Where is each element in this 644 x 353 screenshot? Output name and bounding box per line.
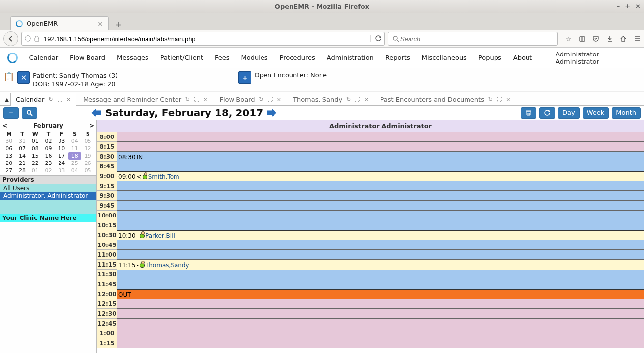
- new-tab-button[interactable]: +: [113, 18, 124, 30]
- tab-refresh-icon[interactable]: ↻: [346, 96, 351, 103]
- tab-close-icon[interactable]: ×: [66, 96, 71, 103]
- mini-day[interactable]: 19: [81, 152, 94, 160]
- url-bar[interactable]: ⓘ: [21, 32, 385, 46]
- menu-item-administration[interactable]: Administration: [327, 54, 374, 61]
- slot-row[interactable]: [117, 338, 644, 348]
- refresh-button[interactable]: [539, 107, 555, 119]
- mini-day[interactable]: 23: [42, 160, 55, 167]
- pocket-icon[interactable]: [592, 35, 599, 42]
- time-slot-label[interactable]: 10:30: [97, 230, 117, 240]
- mini-day[interactable]: 25: [68, 160, 82, 167]
- time-slot-label[interactable]: 10:15: [97, 220, 117, 230]
- slot-row[interactable]: [117, 211, 644, 220]
- slot-row[interactable]: [117, 328, 644, 338]
- mini-day[interactable]: 02: [42, 167, 55, 174]
- window-minimize-button[interactable]: –: [617, 2, 620, 10]
- window-maximize-button[interactable]: +: [625, 2, 630, 10]
- mini-day[interactable]: 04: [68, 137, 82, 145]
- appointment[interactable]: 10:30 - Parker,Bill: [117, 230, 644, 240]
- tab-expand-icon[interactable]: ⛶: [267, 96, 273, 103]
- print-button[interactable]: [521, 107, 536, 119]
- new-encounter-button[interactable]: ＋: [238, 71, 251, 84]
- tab-refresh-icon[interactable]: ↻: [488, 96, 493, 103]
- time-slot-label[interactable]: 11:00: [97, 250, 117, 260]
- app-tab[interactable]: Message and Reminder Center↻⛶×: [78, 93, 213, 105]
- mini-day[interactable]: 22: [29, 160, 42, 167]
- mini-day[interactable]: 15: [29, 152, 42, 160]
- hamburger-menu-icon[interactable]: [634, 35, 641, 42]
- nav-back-button[interactable]: [3, 31, 18, 46]
- time-slot-label[interactable]: 8:00: [97, 132, 117, 142]
- clinic-name[interactable]: Your Clinic Name Here: [0, 214, 96, 222]
- slot-row[interactable]: [117, 201, 644, 211]
- view-day-button[interactable]: Day: [558, 107, 580, 119]
- menu-item-reports[interactable]: Reports: [385, 54, 410, 61]
- mini-day[interactable]: 14: [16, 152, 29, 160]
- tab-close-icon[interactable]: ×: [277, 96, 281, 103]
- tab-close-icon[interactable]: ×: [506, 96, 510, 103]
- tab-refresh-icon[interactable]: ↻: [185, 96, 190, 103]
- time-slot-label[interactable]: 8:15: [97, 142, 117, 152]
- slot-row[interactable]: [117, 309, 644, 319]
- mini-day[interactable]: 16: [42, 152, 55, 160]
- slot-row[interactable]: [117, 270, 644, 279]
- time-slot-label[interactable]: 9:15: [97, 181, 117, 191]
- mini-day[interactable]: 08: [29, 145, 42, 152]
- menu-item-popups[interactable]: Popups: [478, 54, 501, 61]
- time-slot-label[interactable]: 10:00: [97, 211, 117, 220]
- add-appointment-button[interactable]: ＋: [3, 107, 19, 119]
- menu-item-about[interactable]: About: [513, 54, 532, 61]
- slot-row[interactable]: [117, 162, 644, 171]
- next-day-button[interactable]: 🡆: [267, 107, 277, 119]
- time-slot-label[interactable]: 12:15: [97, 299, 117, 309]
- appt-patient-link[interactable]: Parker,Bill: [146, 232, 175, 239]
- mini-day[interactable]: 10: [55, 145, 68, 152]
- slot-row[interactable]: [117, 250, 644, 260]
- time-slot-label[interactable]: 11:45: [97, 279, 117, 289]
- tab-expand-icon[interactable]: ⛶: [194, 96, 199, 103]
- prev-day-button[interactable]: 🡄: [91, 107, 101, 119]
- mini-day[interactable]: 01: [29, 137, 42, 145]
- mini-day[interactable]: 04: [68, 167, 82, 174]
- slot-row[interactable]: [117, 319, 644, 328]
- tab-expand-icon[interactable]: ⛶: [497, 96, 502, 103]
- mini-day[interactable]: 20: [2, 160, 16, 167]
- bookmark-star-icon[interactable]: ☆: [566, 35, 572, 43]
- slot-row[interactable]: [117, 220, 644, 230]
- menu-item-miscellaneous[interactable]: Miscellaneous: [422, 54, 467, 61]
- time-slot-label[interactable]: 9:00: [97, 171, 117, 181]
- tab-expand-icon[interactable]: ⛶: [57, 96, 62, 103]
- app-tab[interactable]: Past Encounters and Documents↻⛶×: [376, 93, 516, 105]
- app-tab[interactable]: Flow Board↻⛶×: [215, 93, 286, 105]
- tab-close-icon[interactable]: ×: [97, 20, 103, 27]
- provider-item[interactable]: All Users: [0, 184, 96, 192]
- mini-day[interactable]: 24: [55, 160, 68, 167]
- reload-button[interactable]: [370, 35, 381, 42]
- menu-item-patient-client[interactable]: Patient/Client: [160, 54, 203, 61]
- mini-day[interactable]: 01: [29, 167, 42, 174]
- slot-row[interactable]: [117, 299, 644, 309]
- time-slot-label[interactable]: 8:45: [97, 162, 117, 171]
- slot-row[interactable]: [117, 142, 644, 152]
- patient-line[interactable]: Patient: Sandy Thomas (3): [33, 71, 117, 80]
- window-close-button[interactable]: ×: [635, 2, 641, 10]
- view-week-button[interactable]: Week: [583, 107, 609, 119]
- home-icon[interactable]: [620, 35, 627, 42]
- menu-item-fees[interactable]: Fees: [215, 54, 230, 61]
- app-tab[interactable]: Calendar↻⛶×: [10, 93, 76, 106]
- url-input[interactable]: [43, 35, 367, 43]
- time-slot-label[interactable]: 8:30: [97, 152, 117, 162]
- appointment[interactable]: 09:00 < Smith,Tom: [117, 171, 644, 181]
- mini-day[interactable]: 09: [42, 145, 55, 152]
- app-tab[interactable]: Thomas, Sandy↻⛶×: [288, 93, 374, 105]
- time-slot-label[interactable]: 11:30: [97, 270, 117, 279]
- mini-day[interactable]: 02: [42, 137, 55, 145]
- mini-day[interactable]: 05: [81, 137, 94, 145]
- appt-patient-link[interactable]: Thomas,Sandy: [146, 262, 189, 269]
- slot-row[interactable]: [117, 132, 644, 142]
- time-slot-label[interactable]: 12:30: [97, 309, 117, 319]
- appointment[interactable]: OUT: [117, 289, 644, 299]
- library-icon[interactable]: [579, 35, 585, 42]
- current-user[interactable]: Administrator Administrator: [556, 51, 637, 65]
- mini-day[interactable]: 27: [2, 167, 16, 174]
